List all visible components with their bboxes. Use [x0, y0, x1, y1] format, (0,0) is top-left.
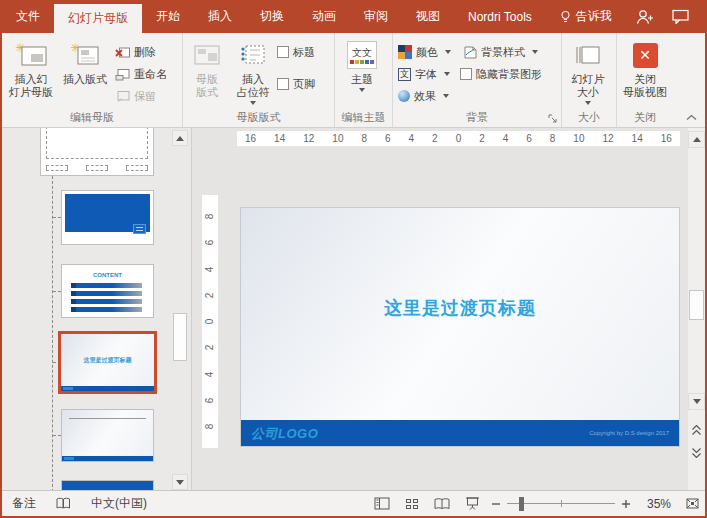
thumbnail-blue-layout[interactable] [61, 480, 154, 490]
thumbnail-title-layout[interactable] [61, 190, 154, 245]
content-bullet [71, 299, 76, 304]
zoom-slider-handle[interactable] [519, 497, 524, 511]
rename-button[interactable]: 重命名 [112, 65, 170, 83]
reading-view-button[interactable] [427, 491, 457, 516]
group-background: 颜色 文 字体 效果 背景 [393, 33, 562, 127]
close-master-view-button[interactable]: ✕ 关闭 母版视图 [619, 36, 671, 110]
group-label-size: 大小 [562, 110, 616, 125]
next-slide-button[interactable] [688, 444, 705, 461]
dropdown-arrow-icon [585, 101, 591, 105]
insert-layout-button[interactable]: ✳ 插入版式 [58, 36, 112, 110]
slide-size-label: 幻灯片 大小 [572, 73, 605, 99]
slide-canvas[interactable]: 这里是过渡页标题 公司LOGO Copyright by D.S design … [240, 207, 680, 447]
insert-layout-label: 插入版式 [63, 73, 107, 86]
share-icon[interactable] [635, 9, 654, 25]
themes-button[interactable]: 文文 主题 [337, 36, 387, 110]
footer-checkbox-box [277, 78, 289, 90]
close-master-view-label: 关闭 母版视图 [623, 73, 667, 99]
insert-slide-master-icon: ✳ [15, 40, 47, 70]
language-label: 中文(中国) [91, 495, 147, 512]
tab-insert[interactable]: 插入 [194, 0, 246, 33]
scroll-down-button[interactable] [172, 474, 188, 490]
scrollbar-thumb[interactable] [173, 313, 187, 361]
hide-background-graphics-checkbox[interactable]: 隐藏背景图形 [460, 65, 542, 83]
insert-slide-master-button[interactable]: ✳ 插入幻 灯片母版 [4, 36, 58, 110]
content-bar [76, 307, 142, 312]
ruler-number: 2 [205, 292, 216, 298]
zoom-out-button[interactable] [491, 499, 501, 509]
thumbnail-content-layout[interactable]: CONTENT [61, 264, 154, 318]
scroll-up-button[interactable] [688, 131, 705, 148]
scroll-down-button[interactable] [688, 393, 705, 410]
ruler-number: 4 [205, 371, 216, 377]
ruler-number: 8 [205, 214, 216, 220]
tab-nordri-tools[interactable]: Nordri Tools [454, 0, 546, 33]
status-bar: 备注 中文(中国) [2, 490, 705, 518]
colors-button[interactable]: 颜色 [395, 43, 454, 61]
master-layout-button[interactable]: 母版 版式 [185, 36, 229, 110]
footer-checkbox[interactable]: 页脚 [277, 75, 315, 93]
thumbnail-master-slide[interactable] [40, 128, 154, 176]
tab-slide-master[interactable]: 幻灯片母版 [54, 4, 142, 33]
insert-layout-icon: ✳ [70, 40, 100, 70]
thumbnail-panel-scrollbar[interactable] [172, 130, 188, 490]
insert-placeholder-button[interactable]: 插入 占位符 [229, 36, 277, 110]
effects-button[interactable]: 效果 [395, 87, 454, 105]
tab-review[interactable]: 审阅 [350, 0, 402, 33]
canvas-scrollbar[interactable] [688, 128, 705, 490]
title-checkbox[interactable]: 标题 [277, 43, 315, 61]
themes-label: 主题 [351, 73, 373, 86]
previous-slide-button[interactable] [688, 421, 705, 438]
dropdown-arrow-icon [250, 101, 256, 105]
slide-title-text[interactable]: 这里是过渡页标题 [241, 296, 679, 320]
tab-transitions[interactable]: 切换 [246, 0, 298, 33]
slide-size-button[interactable]: 幻灯片 大小 [564, 36, 612, 110]
themes-icon: 文文 [347, 40, 377, 70]
language-indicator[interactable]: 中文(中国) [81, 491, 157, 516]
group-label-edit-theme: 编辑主题 [335, 110, 392, 125]
zoom-level[interactable]: 35% [635, 497, 671, 511]
title-checkbox-box [277, 46, 289, 58]
company-logo-text[interactable]: 公司LOGO [251, 425, 318, 443]
tab-home[interactable]: 开始 [142, 0, 194, 33]
group-edit-master: ✳ 插入幻 灯片母版 ✳ 插入版式 删除 [2, 33, 183, 127]
slide-sorter-view-button[interactable] [397, 491, 427, 516]
fonts-label: 字体 [415, 67, 437, 82]
tab-tell-me[interactable]: 告诉我 [546, 0, 626, 33]
title-checkbox-label: 标题 [293, 45, 315, 60]
ruler-number: 6 [205, 397, 216, 403]
thumbnail-transition-layout-selected[interactable]: 这里是过渡页标题 [58, 331, 157, 394]
dialog-launcher-icon[interactable] [548, 114, 558, 124]
group-label-close: 关闭 [617, 110, 673, 125]
delete-label: 删除 [134, 45, 156, 60]
delete-icon [115, 46, 130, 59]
master-layout-label: 母版 版式 [196, 73, 218, 99]
slideshow-view-button[interactable] [457, 491, 487, 516]
content-title: CONTENT [62, 272, 153, 278]
zoom-slider[interactable] [507, 497, 615, 511]
collapse-ribbon-icon[interactable] [686, 114, 697, 121]
copyright-text: Copyright by D.S design 2017 [589, 430, 669, 436]
thumbnail-end-layout[interactable] [61, 409, 154, 462]
notes-button[interactable]: 备注 [2, 491, 46, 516]
tab-file[interactable]: 文件 [2, 0, 54, 33]
preserve-button[interactable]: 保留 [112, 87, 170, 105]
notes-label: 备注 [12, 495, 36, 512]
comments-icon[interactable] [672, 9, 689, 24]
colors-icon [398, 45, 412, 59]
placeholder-outline [86, 165, 108, 171]
normal-view-button[interactable] [367, 491, 397, 516]
ruler-number: 8 [550, 133, 556, 144]
ruler-number: 0 [205, 319, 216, 325]
tab-animations[interactable]: 动画 [298, 0, 350, 33]
fit-to-window-button[interactable] [679, 491, 705, 516]
fonts-button[interactable]: 文 字体 [395, 65, 454, 83]
titlebar-right-icons [635, 0, 705, 33]
background-styles-button[interactable]: 背景样式 [460, 43, 542, 61]
spell-check-icon[interactable] [46, 491, 81, 516]
scroll-up-button[interactable] [172, 130, 188, 146]
zoom-in-button[interactable] [621, 499, 631, 509]
tab-view[interactable]: 视图 [402, 0, 454, 33]
scrollbar-thumb[interactable] [689, 290, 704, 320]
delete-button[interactable]: 删除 [112, 43, 170, 61]
